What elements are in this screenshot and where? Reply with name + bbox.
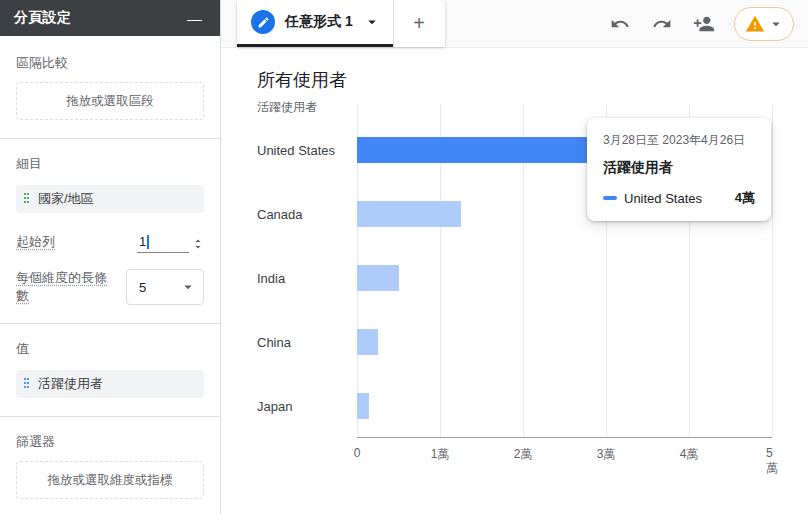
share-users-button[interactable] — [692, 12, 716, 36]
start-row-input[interactable]: 1 — [137, 231, 189, 253]
category-labels: United StatesCanadaIndiaChinaJapan — [257, 118, 357, 438]
chevron-down-icon — [767, 15, 785, 33]
axis-tick: 2萬 — [514, 446, 533, 463]
divider — [0, 323, 220, 324]
breakdown-chip-label: 國家/地區 — [38, 190, 94, 208]
app-root: 分頁設定 — 區隔比較 拖放或選取區段 細目 國家/地區 起始列 1 — [0, 0, 808, 514]
bar-china[interactable] — [357, 329, 378, 355]
bar-japan[interactable] — [357, 393, 369, 419]
chevron-down-icon[interactable] — [363, 13, 381, 31]
panel-title: 分頁設定 — [14, 9, 71, 27]
category-label: India — [257, 246, 357, 310]
tab-strip: 任意形式 1 + — [221, 0, 808, 48]
tooltip-date-range: 3月28日至 2023年4月26日 — [603, 132, 755, 149]
chart-tooltip: 3月28日至 2023年4月26日 活躍使用者 United States 4萬 — [587, 118, 771, 221]
axis-tick: 1萬 — [431, 446, 450, 463]
tab-freeform-1[interactable]: 任意形式 1 — [237, 0, 393, 47]
values-chip-active-users[interactable]: 活躍使用者 — [16, 370, 204, 398]
breakdown-label: 細目 — [16, 155, 204, 173]
undo-icon — [610, 14, 630, 34]
redo-icon — [652, 14, 672, 34]
breakdown-chip-country[interactable]: 國家/地區 — [16, 185, 204, 213]
segment-comparison-label: 區隔比較 — [16, 54, 204, 72]
person-add-icon — [693, 13, 715, 35]
chart-title: 所有使用者 — [257, 68, 772, 92]
category-label: Canada — [257, 182, 357, 246]
bar-india[interactable] — [357, 265, 399, 291]
category-label: China — [257, 310, 357, 374]
main-area: 任意形式 1 + — [221, 0, 808, 514]
warning-menu-button[interactable] — [734, 7, 794, 41]
chevron-down-icon — [179, 278, 197, 296]
start-row-setting: 起始列 1 — [16, 231, 204, 253]
stepper-up-icon[interactable] — [192, 235, 204, 244]
tab-label: 任意形式 1 — [285, 13, 353, 31]
x-axis-ticks: 01萬2萬3萬4萬5萬 — [357, 438, 772, 466]
start-row-label: 起始列 — [16, 233, 55, 251]
stepper-down-icon[interactable] — [192, 244, 204, 253]
tab-settings-panel: 分頁設定 — 區隔比較 拖放或選取區段 細目 國家/地區 起始列 1 — [0, 0, 221, 514]
divider — [0, 416, 220, 417]
start-row-value: 1 — [139, 234, 146, 249]
category-label: Japan — [257, 374, 357, 438]
axis-tick: 5萬 — [766, 446, 778, 477]
segment-dropzone[interactable]: 拖放或選取區段 — [16, 82, 204, 120]
warning-icon — [745, 14, 765, 34]
bar-canada[interactable] — [357, 201, 461, 227]
tooltip-metric: 活躍使用者 — [603, 159, 755, 177]
axis-tick: 4萬 — [680, 446, 699, 463]
redo-button[interactable] — [650, 12, 674, 36]
category-label: United States — [257, 118, 357, 182]
values-label: 值 — [16, 340, 204, 358]
tooltip-series-name: United States — [624, 191, 702, 206]
drag-handle-icon — [24, 193, 30, 205]
segment-dropzone-text: 拖放或選取區段 — [66, 93, 154, 110]
bars-per-dimension-value: 5 — [139, 280, 146, 295]
axis-tick: 0 — [354, 446, 361, 460]
tooltip-series-row: United States 4萬 — [603, 189, 755, 207]
bars-per-dimension-label: 每個維度的長條數 — [16, 269, 111, 305]
drag-handle-icon — [24, 378, 30, 390]
edit-icon[interactable] — [251, 10, 275, 34]
bars-per-dimension-setting: 每個維度的長條數 5 — [16, 269, 204, 305]
tooltip-series-value: 4萬 — [735, 189, 755, 207]
panel-body: 區隔比較 拖放或選取區段 細目 國家/地區 起始列 1 — [0, 36, 220, 499]
gridline — [772, 104, 773, 437]
values-chip-label: 活躍使用者 — [38, 375, 103, 393]
divider — [0, 138, 220, 139]
filters-dropzone[interactable]: 拖放或選取維度或指標 — [16, 461, 204, 499]
collapse-panel-button[interactable]: — — [183, 9, 206, 28]
panel-header: 分頁設定 — — [0, 0, 220, 36]
undo-button[interactable] — [608, 12, 632, 36]
number-stepper[interactable] — [192, 235, 204, 253]
axis-tick: 3萬 — [597, 446, 616, 463]
text-cursor — [147, 235, 149, 249]
tab-group: 任意形式 1 + — [237, 0, 445, 47]
series-swatch — [603, 196, 617, 200]
toolbar-actions — [608, 0, 808, 47]
bars-per-dimension-select[interactable]: 5 — [126, 269, 204, 305]
filters-label: 篩選器 — [16, 433, 204, 451]
add-tab-button[interactable]: + — [393, 0, 445, 47]
chart-metric-label: 活躍使用者 — [257, 100, 772, 114]
filters-dropzone-text: 拖放或選取維度或指標 — [48, 472, 173, 489]
